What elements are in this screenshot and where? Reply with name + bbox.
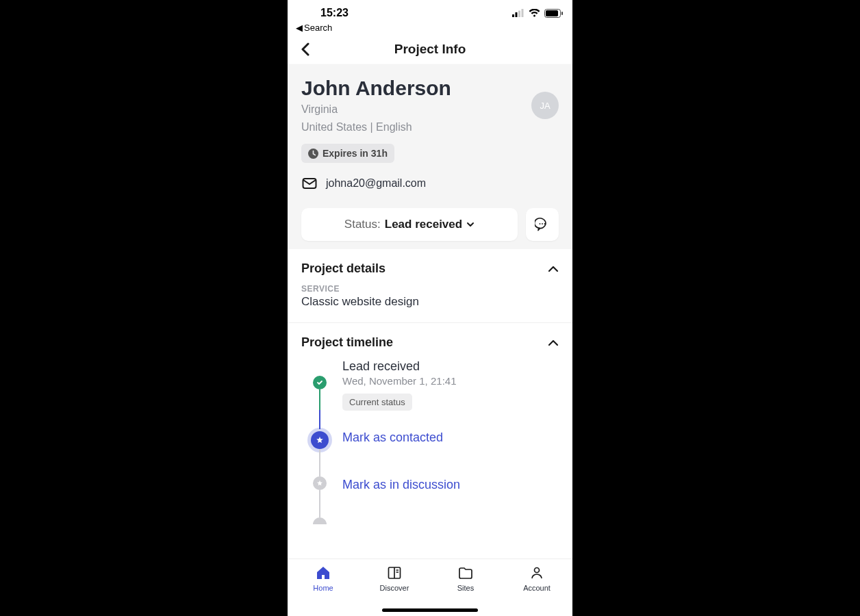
timeline-item-title: Lead received	[342, 359, 559, 374]
service-label: SERVICE	[301, 284, 559, 294]
tab-account[interactable]: Account	[501, 559, 572, 616]
expires-badge: Expires in 31h	[301, 144, 394, 163]
nav-bar: Project Info	[288, 34, 572, 64]
tab-account-label: Account	[523, 584, 551, 592]
timeline-dot-current	[311, 431, 329, 449]
tab-sites-label: Sites	[457, 584, 474, 592]
timeline-item[interactable]: Mark as contacted	[301, 429, 559, 476]
svg-rect-6	[561, 12, 563, 15]
timeline-dot-done	[313, 376, 327, 389]
project-timeline-title: Project timeline	[301, 335, 393, 350]
timeline-dot-future	[313, 476, 327, 490]
project-details-header[interactable]: Project details	[288, 249, 572, 281]
tab-home[interactable]: Home	[288, 559, 359, 616]
timeline-content: Lead received Wed, November 1, 21:41 Cur…	[342, 358, 559, 429]
svg-rect-5	[546, 10, 558, 16]
timeline-marker-col	[312, 517, 327, 524]
project-details-title: Project details	[301, 261, 385, 276]
wifi-icon	[529, 9, 540, 17]
back-to-search[interactable]: ◀ Search	[288, 21, 572, 34]
person-icon	[529, 565, 545, 581]
email-text: johna20@gmail.com	[326, 177, 426, 190]
star-icon	[316, 480, 323, 487]
timeline-line	[319, 449, 321, 476]
svg-point-10	[542, 223, 543, 224]
current-status-badge: Current status	[342, 394, 412, 411]
star-icon	[316, 436, 324, 444]
back-button[interactable]	[294, 38, 316, 60]
timeline-item-title: Mark as contacted	[342, 431, 559, 445]
status-bar: 15:23	[288, 0, 572, 21]
tab-discover-label: Discover	[380, 584, 409, 592]
status-value: Lead received	[385, 218, 462, 231]
tab-home-label: Home	[313, 584, 333, 592]
phone-frame: 15:23 ◀ Search Project Info John Anderso…	[288, 0, 572, 616]
timeline-item[interactable]: Mark as in discussion	[301, 476, 559, 517]
chevron-up-icon	[548, 266, 559, 272]
battery-icon	[544, 9, 563, 18]
timeline-content: Mark as in discussion	[342, 476, 559, 517]
timeline-marker-col	[312, 429, 327, 476]
email-row[interactable]: johna20@gmail.com	[301, 175, 559, 192]
timeline: Lead received Wed, November 1, 21:41 Cur…	[288, 355, 572, 524]
home-icon	[315, 565, 331, 581]
person-country-lang: United States | English	[301, 120, 451, 135]
page-title: Project Info	[394, 42, 466, 57]
timeline-line	[319, 490, 321, 517]
timeline-line	[319, 410, 321, 429]
svg-rect-1	[516, 12, 518, 17]
chevron-left-icon	[301, 42, 310, 56]
svg-point-11	[544, 223, 546, 224]
expires-text: Expires in 31h	[322, 148, 388, 159]
mail-icon	[301, 175, 318, 192]
svg-rect-2	[518, 11, 520, 18]
back-search-label: Search	[304, 23, 332, 33]
chat-button[interactable]	[526, 208, 559, 241]
timeline-marker-col	[312, 358, 327, 429]
person-block: John Anderson Virginia United States | E…	[301, 77, 451, 134]
check-icon	[316, 379, 323, 386]
project-details-body: SERVICE Classic website design	[288, 281, 572, 322]
book-icon	[386, 565, 403, 581]
timeline-line	[319, 389, 321, 410]
status-dropdown[interactable]: Status: Lead received	[301, 208, 518, 241]
clock-icon	[308, 149, 318, 159]
person-region: Virginia	[301, 102, 451, 117]
status-label: Status:	[344, 218, 381, 231]
content-scroll[interactable]: John Anderson Virginia United States | E…	[288, 64, 572, 559]
signal-icon	[512, 9, 524, 17]
timeline-marker-col	[312, 476, 327, 517]
tab-discover[interactable]: Discover	[359, 559, 430, 616]
home-indicator[interactable]	[382, 608, 478, 612]
chat-icon	[535, 217, 550, 232]
hero-top: John Anderson Virginia United States | E…	[301, 77, 559, 134]
chevron-down-icon	[466, 222, 475, 227]
back-triangle-icon: ◀	[296, 23, 303, 33]
person-name: John Anderson	[301, 77, 451, 99]
timeline-dot-future	[313, 517, 327, 524]
svg-point-9	[540, 223, 541, 224]
timeline-content: Mark as contacted	[342, 429, 559, 476]
chevron-up-icon	[548, 339, 559, 346]
svg-point-16	[535, 568, 540, 573]
tab-sites[interactable]: Sites	[430, 559, 501, 616]
svg-rect-3	[522, 9, 524, 17]
avatar[interactable]: JA	[531, 92, 559, 119]
folder-icon	[457, 565, 474, 581]
status-row: Status: Lead received	[301, 208, 559, 241]
timeline-item-subtitle: Wed, November 1, 21:41	[342, 375, 559, 387]
status-icons	[512, 9, 563, 18]
status-time: 15:23	[320, 7, 349, 19]
timeline-item	[301, 517, 559, 524]
service-value: Classic website design	[301, 295, 559, 309]
project-timeline-header[interactable]: Project timeline	[288, 323, 572, 355]
timeline-item: Lead received Wed, November 1, 21:41 Cur…	[301, 358, 559, 429]
tab-bar: Home Discover Sites Account	[288, 559, 572, 616]
hero-section: John Anderson Virginia United States | E…	[288, 64, 572, 249]
svg-rect-0	[512, 14, 514, 17]
timeline-item-title: Mark as in discussion	[342, 478, 559, 492]
